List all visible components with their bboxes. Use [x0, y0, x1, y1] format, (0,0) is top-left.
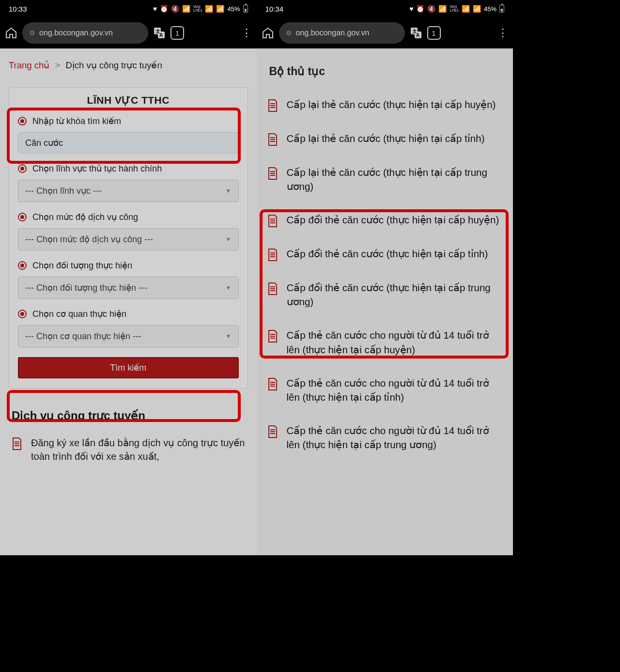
heart-icon: ♥ [153, 5, 157, 13]
doc-icon [267, 425, 278, 438]
home-icon[interactable] [262, 27, 274, 39]
battery-icon [243, 5, 248, 13]
procedure-text: Cấp thẻ căn cước cho người từ đủ 14 tuổi… [287, 328, 503, 356]
battery-icon [499, 5, 504, 13]
search-input[interactable] [18, 132, 239, 154]
doc-icon [267, 215, 278, 227]
battery-percent: 45% [227, 5, 240, 13]
procedure-text: Cấp lại thẻ căn cước (thực hiện tại cấp … [287, 165, 503, 193]
procedure-item[interactable]: Cấp lại thẻ căn cước (thực hiện tại cấp … [267, 88, 503, 122]
doc-icon [12, 438, 22, 450]
radio-icon [18, 261, 27, 270]
alarm-icon: ⏰ [160, 5, 168, 13]
procedure-text: Cấp lại thẻ căn cước (thực hiện tại cấp … [287, 97, 496, 112]
browser-toolbar: ⚙ ong.bocongan.gov.vn 1 ⋮ [0, 17, 257, 48]
radio-icon [18, 164, 27, 173]
page-content-left: Trang chủ > Dịch vụ công trực tuyến LĨNH… [0, 48, 257, 555]
mute-icon: 🔇 [427, 5, 435, 13]
signal-icon-2: 📶 [473, 5, 481, 13]
field-mucdo: Chọn mức độ dịch vụ công --- Chọn mức độ… [9, 212, 248, 250]
doc-icon [267, 249, 278, 261]
signal-icon-2: 📶 [216, 5, 224, 13]
procedure-text: Cấp đổi thẻ căn cước (thực hiện tại cấp … [287, 281, 503, 309]
more-icon[interactable]: ⋮ [497, 27, 508, 39]
procedures-title: Bộ thủ tục [257, 58, 513, 88]
field-linhvuc: Chọn lĩnh vực thủ tục hành chính --- Chọ… [9, 163, 248, 202]
breadcrumb-home[interactable]: Trang chủ [9, 60, 49, 70]
mute-icon: 🔇 [171, 5, 179, 13]
doc-icon [267, 99, 278, 112]
site-settings-icon: ⚙ [29, 29, 35, 37]
more-icon[interactable]: ⋮ [241, 27, 252, 39]
procedure-item[interactable]: Cấp thẻ căn cước cho người từ đủ 14 tuổi… [267, 366, 503, 414]
procedure-item[interactable]: Cấp thẻ căn cước cho người từ đủ 14 tuổi… [267, 414, 503, 461]
page-content-right: Bộ thủ tục Cấp lại thẻ căn cước (thực hi… [257, 48, 513, 555]
search-keyword-block: Nhập từ khóa tìm kiếm [9, 116, 248, 154]
field-mucdo-label: Chọn mức độ dịch vụ công [32, 212, 138, 222]
field-coquan-label: Chọn cơ quan thực hiện [32, 309, 126, 319]
procedure-item[interactable]: Cấp lại thẻ căn cước (thực hiện tại cấp … [267, 122, 503, 156]
doc-icon [267, 330, 278, 343]
procedure-text: Cấp thẻ căn cước cho người từ đủ 14 tuổi… [287, 376, 503, 404]
procedure-item[interactable]: Cấp đổi thẻ căn cước (thực hiện tại cấp … [267, 271, 503, 318]
procedure-item[interactable]: Cấp đổi thẻ căn cước (thực hiện tại cấp … [267, 237, 503, 271]
url-text: ong.bocongan.gov.vn [296, 29, 370, 37]
volte-icon: Vo))LTE1 [193, 5, 202, 13]
wifi-icon: 📶 [438, 5, 447, 13]
field-coquan: Chọn cơ quan thực hiện --- Chọn cơ quan … [9, 309, 248, 347]
select-coquan[interactable]: --- Chọn cơ quan thực hiện --- ▼ [18, 325, 239, 347]
breadcrumb: Trang chủ > Dịch vụ công trực tuyến [9, 60, 248, 71]
radio-icon [18, 213, 27, 221]
doc-icon [267, 167, 278, 180]
procedure-text: Cấp thẻ căn cước cho người từ đủ 14 tuổi… [287, 423, 503, 452]
url-text: ong.bocongan.gov.vn [39, 29, 113, 37]
search-keyword-label: Nhập từ khóa tìm kiếm [32, 116, 121, 126]
heart-icon: ♥ [409, 5, 413, 13]
breadcrumb-sep: > [55, 60, 60, 70]
card-title: LĨNH VỰC TTHC [9, 94, 248, 106]
tab-count[interactable]: 1 [427, 26, 441, 40]
site-settings-icon: ⚙ [286, 29, 292, 37]
home-icon[interactable] [5, 27, 17, 39]
select-mucdo[interactable]: --- Chọn mức độ dịch vụ công --- ▼ [18, 228, 239, 250]
url-bar[interactable]: ⚙ ong.bocongan.gov.vn [279, 22, 405, 44]
chevron-down-icon: ▼ [226, 236, 232, 243]
search-card: LĨNH VỰC TTHC Nhập từ khóa tìm kiếm Chọn… [9, 87, 248, 389]
radio-icon [18, 117, 27, 125]
radio-icon [18, 310, 27, 318]
browser-toolbar: ⚙ ong.bocongan.gov.vn 1 ⋮ [257, 17, 513, 48]
chevron-down-icon: ▼ [226, 188, 232, 194]
procedure-text: Cấp đổi thẻ căn cước (thực hiện tại cấp … [287, 247, 488, 261]
field-doituong-label: Chọn đối tượng thực hiện [32, 260, 132, 271]
procedure-text: Cấp lại thẻ căn cước (thực hiện tại cấp … [287, 131, 485, 146]
signal-icon: 📶 [205, 5, 213, 13]
search-button[interactable]: Tìm kiếm [18, 357, 239, 378]
doc-item-text: Đăng ký xe lần đầu bằng dịch vụ công trự… [31, 436, 245, 463]
select-doituong[interactable]: --- Chọn đối tượng thực hiện --- ▼ [18, 277, 239, 299]
procedure-item[interactable]: Cấp đổi thẻ căn cước (thực hiện tại cấp … [267, 203, 503, 237]
status-time: 10:34 [265, 5, 284, 13]
volte-icon: Vo))LTE1 [450, 5, 459, 13]
alarm-icon: ⏰ [416, 5, 424, 13]
translate-icon[interactable] [410, 27, 422, 39]
field-doituong: Chọn đối tượng thực hiện --- Chọn đối tư… [9, 260, 248, 299]
breadcrumb-current: Dịch vụ công trực tuyến [65, 60, 162, 70]
doc-item[interactable]: Đăng ký xe lần đầu bằng dịch vụ công trự… [9, 436, 248, 463]
chevron-down-icon: ▼ [226, 333, 232, 340]
status-time: 10:33 [9, 5, 27, 13]
battery-percent: 45% [484, 5, 496, 13]
select-linhvuc[interactable]: --- Chọn lĩnh vực --- ▼ [18, 180, 239, 202]
procedure-item[interactable]: Cấp thẻ căn cước cho người từ đủ 14 tuổi… [267, 318, 503, 366]
doc-icon [267, 282, 278, 295]
url-bar[interactable]: ⚙ ong.bocongan.gov.vn [22, 22, 148, 44]
field-linhvuc-label: Chọn lĩnh vực thủ tục hành chính [32, 163, 162, 174]
procedure-item[interactable]: Cấp lại thẻ căn cước (thực hiện tại cấp … [267, 156, 503, 203]
tab-count[interactable]: 1 [170, 26, 184, 40]
wifi-icon: 📶 [182, 5, 190, 13]
chevron-down-icon: ▼ [226, 284, 232, 291]
signal-icon: 📶 [462, 5, 470, 13]
doc-icon [267, 378, 278, 391]
procedures-list: Cấp lại thẻ căn cước (thực hiện tại cấp … [257, 88, 513, 461]
translate-icon[interactable] [153, 27, 166, 39]
status-bar: 10:34 ♥ ⏰ 🔇 📶 Vo))LTE1 📶 📶 45% [257, 0, 513, 17]
